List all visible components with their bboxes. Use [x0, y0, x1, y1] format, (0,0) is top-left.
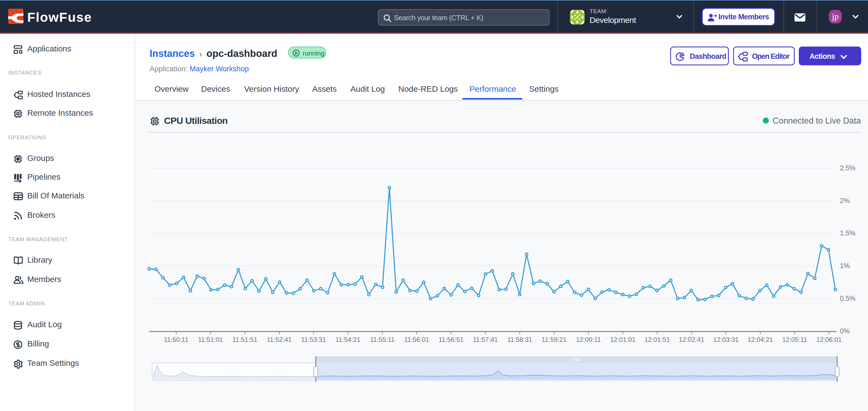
svg-text:12:01:01: 12:01:01: [610, 336, 636, 343]
svg-text:12:01:51: 12:01:51: [644, 336, 670, 343]
svg-text:12:02:41: 12:02:41: [679, 336, 704, 343]
svg-text:12:03:31: 12:03:31: [713, 336, 739, 343]
svg-text:11:57:41: 11:57:41: [473, 336, 498, 343]
svg-text:11:59:21: 11:59:21: [541, 336, 567, 343]
svg-text:11:51:51: 11:51:51: [232, 336, 257, 343]
svg-text:11:56:51: 11:56:51: [439, 336, 464, 343]
svg-text:1.5%: 1.5%: [840, 229, 856, 237]
svg-text:11:58:31: 11:58:31: [507, 336, 532, 343]
svg-text:12:00:11: 12:00:11: [576, 336, 601, 343]
svg-text:0.5%: 0.5%: [840, 295, 856, 302]
svg-text:12:05:11: 12:05:11: [782, 336, 807, 343]
svg-text:11:53:31: 11:53:31: [301, 336, 326, 343]
svg-text:1%: 1%: [840, 262, 850, 270]
svg-text:11:52:41: 11:52:41: [267, 336, 292, 343]
svg-text:0%: 0%: [840, 327, 850, 335]
svg-text:11:50:11: 11:50:11: [164, 336, 189, 343]
svg-text:12:04:21: 12:04:21: [748, 336, 773, 343]
svg-text:11:56:01: 11:56:01: [404, 336, 429, 343]
svg-text:11:54:21: 11:54:21: [335, 336, 361, 343]
svg-text:11:51:01: 11:51:01: [198, 336, 223, 343]
svg-text:2.5%: 2.5%: [840, 164, 856, 172]
svg-text:2%: 2%: [840, 197, 850, 204]
svg-text:12:06:01: 12:06:01: [816, 336, 842, 343]
svg-text:11:55:11: 11:55:11: [370, 336, 395, 343]
